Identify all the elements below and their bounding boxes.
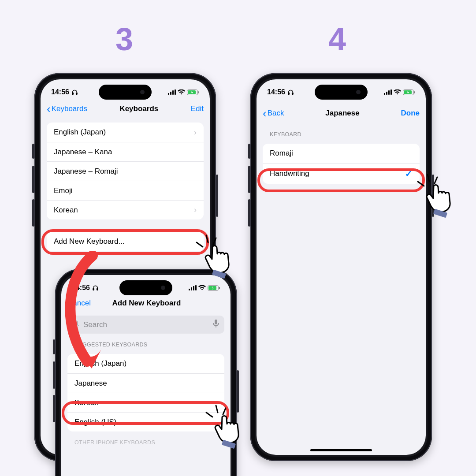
status-time: 14:56 [72,284,90,292]
done-button[interactable]: Done [401,109,420,118]
chevron-right-icon: › [194,205,197,215]
cancel-button[interactable]: Cancel [67,299,91,308]
suggested-japanese[interactable]: Japanese [67,373,224,393]
row-label: Japanese – Kana [54,148,112,156]
svg-rect-14 [97,288,98,290]
battery-icon [208,285,220,291]
back-label: Back [268,109,284,118]
keyboard-row-english-japan[interactable]: English (Japan) › [47,123,204,142]
svg-rect-8 [198,91,199,93]
option-handwriting[interactable]: Handwriting ✓ [263,163,420,184]
headphones-icon [287,89,294,96]
svg-rect-31 [292,93,294,94]
section-keyboard: KEYBOARD [257,123,426,140]
suggested-korean[interactable]: Korean [67,393,224,412]
svg-rect-4 [172,90,174,95]
headphones-icon [92,285,99,291]
svg-rect-33 [386,92,387,95]
svg-rect-18 [195,285,197,290]
row-label: Handwriting [270,169,309,178]
chevron-left-icon: ‹ [263,108,267,119]
add-new-keyboard-button[interactable]: Add New Keyboard... [47,232,204,251]
chevron-right-icon: › [194,128,197,137]
home-indicator [310,449,372,451]
section-other: OTHER IPHONE KEYBOARDS [61,431,231,448]
page-title: Keyboards [119,104,158,113]
row-label: Romaji [270,149,293,158]
search-icon [73,320,80,329]
svg-rect-16 [191,287,192,290]
svg-rect-24 [215,320,217,324]
row-label: Japanese [74,379,107,388]
dynamic-island [119,280,172,295]
row-label: English (Japan) [54,128,106,137]
svg-rect-15 [189,289,190,290]
row-label: Emoji [54,186,73,195]
chevron-left-icon: ‹ [47,103,51,115]
svg-rect-2 [168,93,169,95]
page-title: Japanese [325,109,360,118]
svg-rect-34 [388,90,390,95]
cancel-label: Cancel [67,299,91,308]
suggested-english-japan[interactable]: English (Japan) [67,354,224,373]
svg-rect-35 [390,89,392,95]
svg-point-22 [74,321,78,325]
cellular-icon [384,89,392,95]
row-label: English (US) [74,418,116,427]
row-label: Korean [54,206,78,215]
battery-icon [403,89,415,95]
search-placeholder: Search [83,320,107,329]
step-number-4: 4 [328,21,346,57]
keyboard-row-japanese-romaji[interactable]: Japanese – Romaji [47,161,204,181]
wifi-icon [394,89,401,95]
navbar: ‹ Keyboards Keyboards Edit [41,100,210,119]
headphones-icon [71,89,78,96]
add-keyboard-group: Add New Keyboard... [47,232,204,251]
iphone-step3-bottom: 14:56 Cancel Add New Key [55,269,237,476]
back-label: Keyboards [52,104,87,113]
search-input[interactable]: Search [67,316,224,334]
status-time: 14:56 [267,88,285,96]
suggested-keyboards-list: English (Japan) Japanese Korean English … [67,354,224,431]
navbar: Cancel Add New Keyboard [61,296,231,312]
battery-icon [187,89,199,95]
row-label: English (Japan) [74,359,126,368]
microphone-icon[interactable] [213,320,219,330]
keyboard-row-japanese-kana[interactable]: Japanese – Kana [47,142,204,161]
navbar: ‹ Back Japanese Done [257,100,426,123]
svg-rect-42 [433,209,447,218]
option-romaji[interactable]: Romaji [263,144,420,163]
svg-rect-38 [414,91,415,93]
back-button[interactable]: ‹ Keyboards [47,103,87,115]
row-label: Add New Keyboard... [54,237,125,246]
section-suggested: SUGGESTED KEYBOARDS [61,334,231,350]
svg-rect-5 [175,89,176,95]
row-label: Korean [74,398,99,407]
svg-rect-32 [384,93,385,95]
svg-line-41 [435,177,437,183]
svg-rect-0 [72,93,74,94]
svg-rect-13 [93,288,94,290]
status-time: 14:56 [51,88,69,96]
cellular-icon [189,285,197,290]
edit-button[interactable]: Edit [191,104,204,113]
japanese-keyboard-options: Romaji Handwriting ✓ [263,144,420,184]
wifi-icon [178,89,185,95]
suggested-english-us[interactable]: English (US) [67,412,224,431]
svg-line-23 [77,324,78,326]
step-number-3: 3 [115,21,133,57]
keyboard-row-korean[interactable]: Korean › [47,200,204,219]
back-button[interactable]: ‹ Back [263,108,284,119]
page-title: Add New Keyboard [112,299,181,308]
keyboard-row-emoji[interactable]: Emoji [47,181,204,200]
svg-rect-3 [170,92,171,95]
svg-rect-17 [193,286,194,290]
dynamic-island [315,85,368,100]
dynamic-island [99,85,152,100]
cellular-icon [168,89,176,95]
svg-rect-1 [76,93,78,94]
svg-rect-21 [219,287,220,289]
row-label: Japanese – Romaji [54,167,118,176]
checkmark-icon: ✓ [405,168,413,179]
wifi-icon [198,285,206,290]
